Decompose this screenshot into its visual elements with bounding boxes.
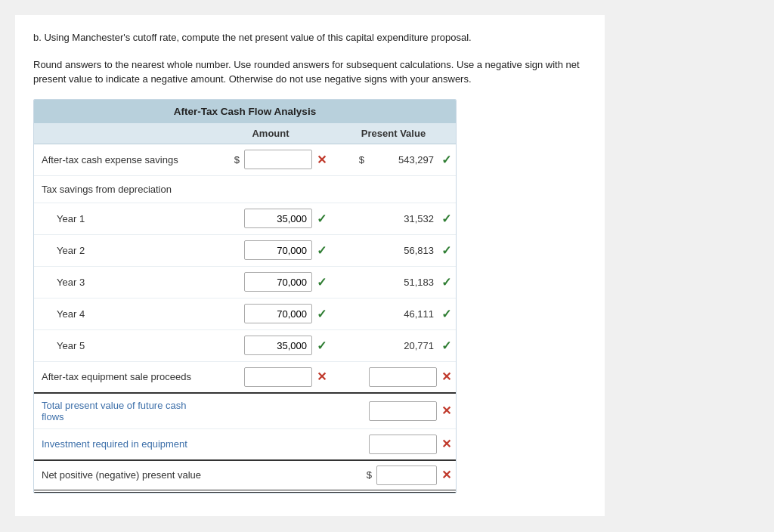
equipment-sale-amount-x: ✕: [317, 370, 327, 384]
equipment-sale-label: After-tax equipment sale proceeds: [34, 368, 210, 385]
tax-savings-label: Tax savings from depreciation: [34, 181, 210, 198]
col-headers: Amount Present Value: [34, 123, 456, 144]
year4-amount-input[interactable]: [244, 304, 312, 323]
row-year5: Year 5 ✓ 20,771 ✓: [34, 330, 456, 362]
year1-amount-input[interactable]: [244, 209, 312, 228]
after-tax-savings-label: After-tax cash expense savings: [34, 151, 210, 169]
year4-pv-check: ✓: [441, 307, 451, 321]
row-tax-savings-header: Tax savings from depreciation: [34, 176, 456, 203]
year3-amount-cell: ✓: [210, 272, 331, 292]
year5-amount-cell: ✓: [210, 336, 331, 355]
after-tax-savings-amount-input[interactable]: [244, 150, 312, 169]
year2-amount-check: ✓: [317, 243, 327, 258]
year4-label: Year 4: [34, 305, 210, 323]
year4-amount-cell: ✓: [210, 304, 331, 323]
row-investment: Investment required in equipment ✕: [34, 429, 456, 461]
equipment-sale-amount-input[interactable]: [244, 367, 312, 387]
total-pv-input[interactable]: [369, 401, 437, 421]
table-title: After-Tax Cash Flow Analysis: [34, 100, 456, 123]
page-container: b. Using Manchester's cutoff rate, compu…: [15, 15, 605, 516]
year1-pv-cell: 31,532 ✓: [331, 212, 456, 226]
row-year2: Year 2 ✓ 56,813 ✓: [34, 235, 456, 267]
year2-pv-check: ✓: [441, 243, 451, 258]
year5-amount-input[interactable]: [244, 336, 312, 355]
row-after-tax-savings: After-tax cash expense savings $ ✕ $ 543…: [34, 144, 456, 176]
col-pv-header: Present Value: [331, 123, 456, 144]
col-amount-header: Amount: [210, 123, 331, 144]
year1-pv-value: 31,532: [369, 213, 437, 224]
year4-pv-cell: 46,111 ✓: [331, 307, 456, 321]
main-table: After-Tax Cash Flow Analysis Amount Pres…: [33, 99, 457, 493]
net-pv-cell: $ ✕: [331, 466, 456, 485]
row-year1: Year 1 ✓ 31,532 ✓: [34, 203, 456, 235]
equipment-sale-pv-input[interactable]: [369, 367, 437, 387]
year1-pv-check: ✓: [441, 212, 451, 226]
net-pv-dollar: $: [367, 469, 372, 481]
net-pv-label: Net positive (negative) present value: [34, 466, 210, 484]
year3-pv-check: ✓: [441, 275, 451, 289]
equipment-sale-pv-cell: ✕: [331, 367, 456, 387]
year3-label: Year 3: [34, 274, 210, 291]
year4-pv-value: 46,111: [369, 308, 437, 320]
year1-amount-check: ✓: [317, 212, 327, 226]
intro-text-1: b. Using Manchester's cutoff rate, compu…: [33, 30, 587, 45]
pv-dollar-sign: $: [359, 154, 364, 165]
year2-pv-value: 56,813: [369, 245, 437, 256]
year5-pv-cell: 20,771 ✓: [331, 339, 456, 353]
pv-check-icon: ✓: [441, 153, 451, 167]
year4-amount-check: ✓: [317, 307, 327, 321]
year3-pv-cell: 51,183 ✓: [331, 275, 456, 289]
amount-x-icon: ✕: [317, 153, 327, 167]
dollar-sign: $: [234, 154, 240, 165]
year5-amount-check: ✓: [317, 339, 327, 353]
year3-amount-check: ✓: [317, 275, 327, 289]
investment-label: Investment required in equipment: [34, 435, 210, 453]
net-pv-input[interactable]: [376, 466, 437, 485]
equipment-sale-pv-x: ✕: [441, 370, 451, 384]
year3-pv-value: 51,183: [369, 277, 437, 288]
year2-amount-input[interactable]: [244, 240, 312, 260]
total-pv-label: Total present value of future cash flows: [34, 397, 210, 425]
row-year3: Year 3 ✓ 51,183 ✓: [34, 267, 456, 298]
year5-label: Year 5: [34, 337, 210, 354]
total-pv-x: ✕: [441, 404, 451, 418]
equipment-sale-amount-cell: ✕: [210, 367, 331, 387]
year3-amount-input[interactable]: [244, 272, 312, 292]
row-total-pv: Total present value of future cash flows…: [34, 394, 456, 429]
investment-input[interactable]: [369, 435, 437, 454]
row-equipment-sale: After-tax equipment sale proceeds ✕ ✕: [34, 362, 456, 394]
intro-text-2: Round answers to the nearest whole numbe…: [33, 57, 587, 87]
investment-x: ✕: [441, 437, 451, 451]
total-pv-cell: ✕: [331, 401, 456, 421]
year1-amount-cell: ✓: [210, 209, 331, 228]
row-net-pv: Net positive (negative) present value $ …: [34, 461, 456, 493]
year2-label: Year 2: [34, 242, 210, 259]
year5-pv-value: 20,771: [369, 340, 437, 351]
col-label-empty: [34, 123, 210, 144]
investment-pv-cell: ✕: [331, 435, 456, 454]
year2-amount-cell: ✓: [210, 240, 331, 260]
after-tax-savings-amount-cell: $ ✕: [210, 150, 331, 169]
year5-pv-check: ✓: [441, 339, 451, 353]
year1-label: Year 1: [34, 210, 210, 227]
year2-pv-cell: 56,813 ✓: [331, 243, 456, 258]
net-pv-x: ✕: [441, 468, 451, 482]
after-tax-savings-pv-value: 543,297: [369, 154, 437, 165]
row-year4: Year 4 ✓ 46,111 ✓: [34, 298, 456, 330]
after-tax-savings-pv-cell: $ 543,297 ✓: [331, 153, 456, 167]
